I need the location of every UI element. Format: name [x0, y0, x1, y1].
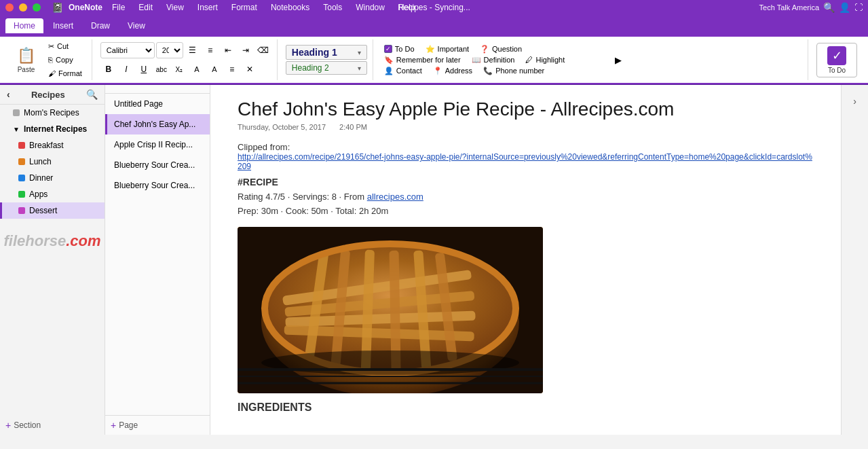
format-button[interactable]: 🖌 Format — [44, 67, 86, 79]
title-bar: 📓 OneNote File Edit View Insert Format N… — [0, 0, 868, 15]
menu-format[interactable]: Format — [227, 3, 261, 12]
bold-button[interactable]: B — [100, 61, 117, 77]
address-icon: 📍 — [433, 67, 442, 75]
tag-highlight[interactable]: 🖊 Highlight — [523, 55, 567, 65]
list-unordered-button[interactable]: ☰ — [185, 42, 201, 58]
menu-window[interactable]: Window — [352, 3, 389, 12]
section-dinner[interactable]: Dinner — [0, 170, 105, 186]
sidebar-search-icon[interactable]: 🔍 — [86, 89, 98, 100]
tag-address[interactable]: 📍 Address — [430, 66, 475, 76]
align-button[interactable]: ≡ — [224, 61, 240, 77]
tab-view[interactable]: View — [119, 18, 153, 33]
tag-important[interactable]: ⭐ Important — [423, 44, 472, 54]
list-ordered-button[interactable]: ≡ — [202, 42, 219, 58]
styles-group: Heading 1 ▾ Heading 2 ▾ — [280, 39, 373, 80]
heading2-style[interactable]: Heading 2 ▾ — [286, 61, 367, 75]
tags-row-3: 👤 Contact 📍 Address 📞 Phone number — [381, 66, 612, 76]
tag-contact[interactable]: 👤 Contact — [381, 66, 425, 76]
section-breakfast[interactable]: Breakfast — [0, 137, 105, 154]
tags-more-button[interactable]: ▶ — [615, 55, 622, 65]
maximize-button[interactable] — [33, 3, 41, 12]
right-panel: › — [841, 85, 868, 435]
ribbon-content: 📋 Paste ✂ Cut ⎘ Copy 🖌 Format — [0, 37, 868, 84]
fullscreen-icon[interactable]: ⛶ — [854, 3, 863, 12]
collapse-right-button[interactable]: › — [844, 90, 866, 112]
underline-button[interactable]: U — [136, 61, 152, 77]
section-lunch[interactable]: Lunch — [0, 154, 105, 170]
sidebar-title: Recipes — [31, 90, 65, 100]
tag-definition[interactable]: 📖 Definition — [469, 55, 518, 65]
page-blueberry-1[interactable]: Blueberry Sour Crea... — [105, 155, 210, 175]
page-blueberry-2[interactable]: Blueberry Sour Crea... — [105, 175, 210, 196]
phone-icon: 📞 — [483, 67, 493, 75]
tag-remember[interactable]: 🔖 Remember for later — [381, 55, 464, 65]
clipped-url-link[interactable]: http://allrecipes.com/recipe/219165/chef… — [238, 152, 814, 171]
definition-icon: 📖 — [472, 56, 481, 65]
page-apple-crisp[interactable]: Apple Crisp II Recip... — [105, 134, 210, 155]
menu-tools[interactable]: Tools — [319, 3, 346, 12]
menu-view[interactable]: View — [162, 3, 188, 12]
section-moms-recipes[interactable]: Mom's Recipes — [0, 105, 105, 121]
search-pages-row — [105, 85, 210, 94]
important-icon: ⭐ — [426, 45, 435, 54]
recipe-info: Rating 4.7/5 · Servings: 8 · From allrec… — [238, 192, 814, 202]
menu-edit[interactable]: Edit — [134, 3, 157, 12]
back-button[interactable]: ‹ — [7, 89, 10, 100]
section-label: Dinner — [29, 173, 53, 183]
page-chef-john[interactable]: Chef John's Easy Ap... — [105, 114, 210, 134]
tag-phone[interactable]: 📞 Phone number — [480, 66, 547, 76]
todo-box-button[interactable]: ✓ To Do — [816, 43, 857, 77]
share-icon[interactable]: 👤 — [839, 2, 850, 13]
add-page-plus-icon: + — [111, 420, 116, 431]
important-label: Important — [438, 45, 469, 53]
question-icon: ❓ — [480, 45, 489, 54]
add-page-button[interactable]: + Page — [105, 415, 210, 435]
add-section-button[interactable]: + Section — [0, 416, 105, 435]
pages-panel: Untitled Page Chef John's Easy Ap... App… — [105, 85, 210, 435]
indent-increase-button[interactable]: ⇥ — [238, 42, 254, 58]
menu-notebooks[interactable]: Notebooks — [267, 3, 314, 12]
indent-decrease-button[interactable]: ⇤ — [220, 42, 236, 58]
tab-insert[interactable]: Insert — [45, 18, 81, 33]
main-layout: ‹ Recipes 🔍 Mom's Recipes ▼ Internet Rec… — [0, 85, 868, 435]
menu-file[interactable]: File — [108, 3, 129, 12]
font-size-select[interactable]: 20 — [156, 42, 183, 58]
remember-icon: 🔖 — [384, 56, 394, 65]
add-page-label: Page — [119, 420, 138, 430]
section-internet-recipes[interactable]: ▼ Internet Recipes — [0, 121, 105, 137]
tab-home[interactable]: Home — [5, 18, 43, 33]
ribbon: Home Insert Draw View 📋 Paste ✂ Cut ⎘ Co… — [0, 15, 868, 85]
cut-icon: ✂ — [48, 42, 54, 51]
close-button[interactable] — [5, 3, 14, 12]
cut-button[interactable]: ✂ Cut — [44, 40, 86, 52]
search-icon[interactable]: 🔍 — [823, 2, 835, 13]
minimize-button[interactable] — [19, 3, 27, 12]
copy-button[interactable]: ⎘ Copy — [44, 54, 86, 66]
section-apps[interactable]: Apps — [0, 186, 105, 202]
strikethrough-button[interactable]: abc — [153, 61, 170, 77]
tag-question[interactable]: ❓ Question — [477, 44, 525, 54]
format-label: Format — [58, 69, 82, 77]
content-area[interactable]: Chef John's Easy Apple Pie Recipe - Allr… — [210, 85, 841, 435]
subscript-button[interactable]: X₂ — [171, 61, 187, 77]
heading2-arrow: ▾ — [358, 65, 361, 72]
section-dessert[interactable]: Dessert — [0, 202, 105, 219]
paste-button[interactable]: 📋 Paste — [11, 40, 41, 79]
font-family-select[interactable]: Calibri — [100, 42, 155, 58]
menu-insert[interactable]: Insert — [193, 3, 222, 12]
ingredients-header: INGREDIENTS — [238, 401, 814, 414]
eraser-button[interactable]: ⌫ — [255, 42, 271, 58]
clear-format-button[interactable]: ✕ — [242, 61, 258, 77]
paste-icon: 📋 — [17, 47, 35, 65]
section-color-dot — [18, 207, 25, 214]
highlight-button[interactable]: A — [189, 61, 205, 77]
section-label: Apps — [29, 190, 48, 199]
heading1-style[interactable]: Heading 1 ▾ — [286, 45, 367, 60]
tab-draw[interactable]: Draw — [83, 18, 118, 33]
tag-todo[interactable]: ✓ To Do — [381, 44, 417, 54]
font-color-button[interactable]: A — [206, 61, 223, 77]
section-color-dot — [18, 191, 25, 198]
italic-button[interactable]: I — [118, 61, 134, 77]
page-untitled[interactable]: Untitled Page — [105, 94, 210, 114]
allrecipes-link[interactable]: allrecipes.com — [367, 192, 423, 202]
